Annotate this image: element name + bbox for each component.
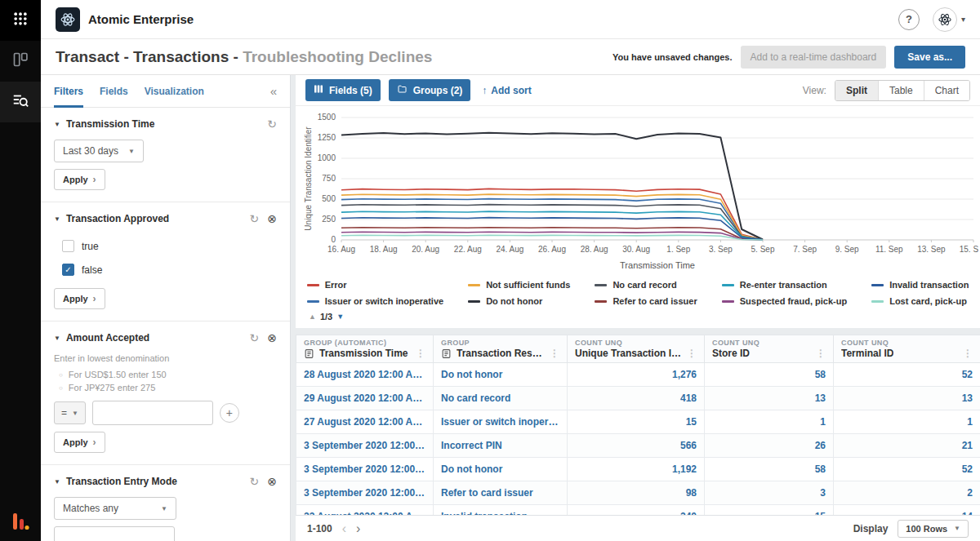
table-cell[interactable]: 566 <box>568 434 705 458</box>
table-cell[interactable]: 52 <box>834 458 980 481</box>
table-cell[interactable]: 2 <box>834 481 980 505</box>
table-cell[interactable]: 29 August 2020 12:00 AM (UT... <box>296 387 434 410</box>
table-cell[interactable]: Issuer or switch inoperative <box>434 410 568 434</box>
add-sort-button[interactable]: ↑ Add sort <box>482 85 531 96</box>
table-cell[interactable]: 3 September 2020 12:00 AM (... <box>296 434 434 458</box>
table-row[interactable]: 3 September 2020 12:00 AM (...Do not hon… <box>296 458 980 481</box>
table-cell[interactable]: 3 <box>705 481 834 505</box>
table-row[interactable]: 28 August 2020 12:00 AM (UT...Do not hon… <box>296 363 980 387</box>
column-menu-icon[interactable]: ⋮ <box>963 348 973 359</box>
column-header[interactable]: COUNT UNQTerminal ID⋮ <box>834 335 980 363</box>
legend-item[interactable]: Lost card, pick-up <box>871 294 969 308</box>
add-to-dashboard-button[interactable]: Add to a real-time dashboard <box>741 46 887 69</box>
amount-value-input[interactable] <box>92 401 213 425</box>
column-menu-icon[interactable]: ⋮ <box>550 348 559 359</box>
table-cell[interactable]: 13 <box>705 387 834 410</box>
table-cell[interactable]: 1,276 <box>568 363 705 387</box>
table-cell[interactable]: 52 <box>834 363 980 387</box>
section-collapse-icon[interactable]: ▼ <box>54 121 60 128</box>
table-cell[interactable]: 1 <box>834 410 980 434</box>
view-split-button[interactable]: Split <box>835 81 878 100</box>
view-chart-button[interactable]: Chart <box>924 81 969 100</box>
table-cell[interactable]: 3 September 2020 12:00 AM (... <box>296 458 434 481</box>
table-row[interactable]: 29 August 2020 12:00 AM (UT...No card re… <box>296 387 980 410</box>
column-header[interactable]: GROUPTransaction Response⋮ <box>434 335 568 363</box>
table-cell[interactable]: 13 <box>834 387 980 410</box>
rows-per-page-select[interactable]: 100 Rows ▼ <box>898 520 969 538</box>
table-cell[interactable]: Refer to card issuer <box>434 481 568 505</box>
column-menu-icon[interactable]: ⋮ <box>687 348 697 359</box>
table-cell[interactable]: 58 <box>705 458 834 481</box>
tab-fields[interactable]: Fields <box>100 75 128 108</box>
table-row[interactable]: 3 September 2020 12:00 AM (...Refer to c… <box>296 481 980 505</box>
fields-button[interactable]: Fields (5) <box>305 79 381 101</box>
column-menu-icon[interactable]: ⋮ <box>416 348 425 359</box>
apply-button[interactable]: Apply › <box>54 288 105 309</box>
add-value-icon[interactable]: + <box>220 403 239 423</box>
table-cell[interactable]: 28 August 2020 12:00 AM (UT... <box>296 363 434 387</box>
explore-nav-button[interactable] <box>0 82 41 122</box>
tab-filters[interactable]: Filters <box>54 75 83 108</box>
remove-filter-icon[interactable]: ⊗ <box>267 212 277 225</box>
column-header[interactable]: COUNT UNQUnique Transaction Identifier⋮ <box>568 335 705 363</box>
date-range-select[interactable]: Last 30 days ▼ <box>54 140 144 162</box>
table-cell[interactable]: 15 <box>705 505 834 516</box>
refresh-icon[interactable]: ↻ <box>267 118 277 131</box>
column-header[interactable]: COUNT UNQStore ID⋮ <box>705 335 834 363</box>
column-header[interactable]: GROUP (AUTOMATIC)Transmission Time⋮ <box>296 335 434 363</box>
apply-button[interactable]: Apply › <box>54 432 105 453</box>
checkbox-option-false[interactable]: ✓ false <box>54 258 277 282</box>
legend-item[interactable]: Suspected fraud, pick-up <box>722 294 847 308</box>
table-cell[interactable]: 1 <box>705 410 834 434</box>
table-row[interactable]: 27 August 2020 12:00 AM (UT...Issuer or … <box>296 410 980 434</box>
entry-mode-input[interactable] <box>54 526 175 541</box>
legend-item[interactable]: Invalid transaction <box>871 277 969 292</box>
prev-page-icon[interactable]: ‹ <box>342 522 346 535</box>
section-collapse-icon[interactable]: ▼ <box>54 478 60 486</box>
legend-item[interactable]: Issuer or switch inoperative <box>307 294 444 308</box>
table-cell[interactable]: 14 <box>834 505 980 516</box>
table-cell[interactable]: 98 <box>568 481 705 505</box>
refresh-icon[interactable]: ↻ <box>250 331 260 344</box>
table-cell[interactable]: 26 <box>705 434 834 458</box>
table-cell[interactable]: 27 August 2020 12:00 AM (UT... <box>296 410 434 434</box>
line-chart[interactable]: 025050075010001250150016. Aug18. Aug20. … <box>302 113 978 273</box>
next-page-icon[interactable]: › <box>356 522 360 535</box>
pager-down-icon[interactable]: ▼ <box>336 313 344 321</box>
table-cell[interactable]: 1,192 <box>568 458 705 481</box>
pager-up-icon[interactable]: ▲ <box>309 313 316 321</box>
apply-button[interactable]: Apply › <box>54 169 105 190</box>
table-cell[interactable]: No card record <box>434 387 568 410</box>
operator-select[interactable]: = ▼ <box>54 401 86 424</box>
help-button[interactable]: ? <box>898 9 920 30</box>
table-cell[interactable]: 3 September 2020 12:00 AM (... <box>296 481 434 505</box>
dashboards-nav-button[interactable] <box>0 41 41 82</box>
refresh-icon[interactable]: ↻ <box>250 475 260 488</box>
remove-filter-icon[interactable]: ⊗ <box>267 331 277 344</box>
legend-item[interactable]: Re-enter transaction <box>722 277 847 292</box>
table-cell[interactable]: Do not honor <box>434 363 568 387</box>
match-mode-select[interactable]: Matches any ▼ <box>54 497 176 520</box>
legend-item[interactable]: Refer to card issuer <box>595 294 697 308</box>
account-menu-button[interactable]: ▾ <box>933 7 965 32</box>
section-collapse-icon[interactable]: ▼ <box>54 335 60 342</box>
table-cell[interactable]: 58 <box>705 363 834 387</box>
view-table-button[interactable]: Table <box>878 81 924 100</box>
table-cell[interactable]: 15 <box>568 410 705 434</box>
table-row[interactable]: 3 September 2020 12:00 AM (...Incorrect … <box>296 434 980 458</box>
remove-filter-icon[interactable]: ⊗ <box>267 475 277 488</box>
table-cell[interactable]: Incorrect PIN <box>434 434 568 458</box>
checkbox-option-true[interactable]: true <box>54 234 277 258</box>
collapse-panel-icon[interactable]: « <box>270 84 277 98</box>
legend-item[interactable]: Error <box>307 277 444 292</box>
save-as-button[interactable]: Save as... <box>894 46 965 69</box>
groups-button[interactable]: Groups (2) <box>389 79 471 101</box>
app-launcher-button[interactable] <box>0 0 41 41</box>
legend-item[interactable]: No card record <box>595 277 697 292</box>
table-cell[interactable]: 23 August 2020 12:00 AM (UT... <box>296 505 434 516</box>
tab-visualization[interactable]: Visualization <box>145 75 204 108</box>
refresh-icon[interactable]: ↻ <box>250 212 260 225</box>
column-menu-icon[interactable]: ⋮ <box>816 348 826 359</box>
section-collapse-icon[interactable]: ▼ <box>54 215 60 223</box>
legend-item[interactable]: Do not honor <box>468 294 570 308</box>
